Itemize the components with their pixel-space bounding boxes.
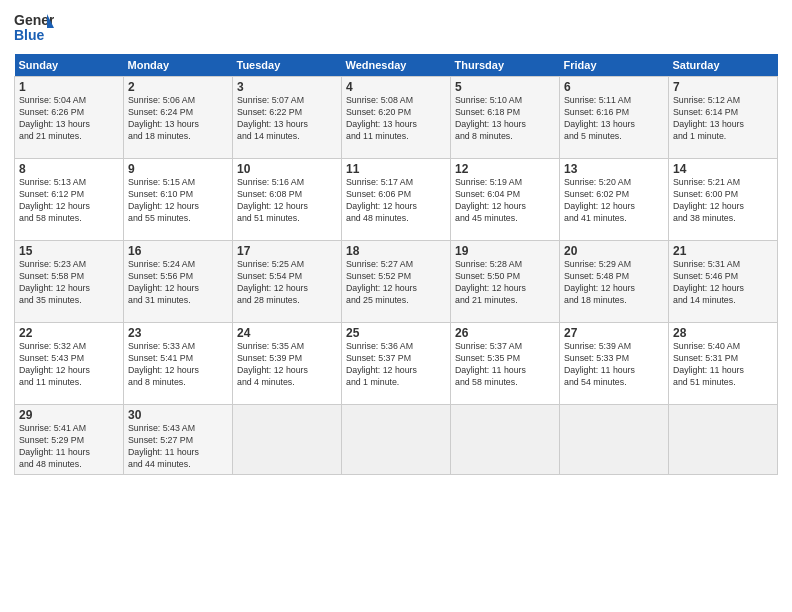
calendar-cell: 29Sunrise: 5:41 AM Sunset: 5:29 PM Dayli…: [15, 405, 124, 475]
day-number: 8: [19, 162, 119, 176]
calendar-cell: 15Sunrise: 5:23 AM Sunset: 5:58 PM Dayli…: [15, 241, 124, 323]
day-number: 28: [673, 326, 773, 340]
day-info: Sunrise: 5:12 AM Sunset: 6:14 PM Dayligh…: [673, 95, 773, 143]
day-info: Sunrise: 5:37 AM Sunset: 5:35 PM Dayligh…: [455, 341, 555, 389]
day-info: Sunrise: 5:24 AM Sunset: 5:56 PM Dayligh…: [128, 259, 228, 307]
calendar-cell: [669, 405, 778, 475]
day-number: 30: [128, 408, 228, 422]
calendar-cell: 1Sunrise: 5:04 AM Sunset: 6:26 PM Daylig…: [15, 77, 124, 159]
calendar-cell: 12Sunrise: 5:19 AM Sunset: 6:04 PM Dayli…: [451, 159, 560, 241]
day-info: Sunrise: 5:27 AM Sunset: 5:52 PM Dayligh…: [346, 259, 446, 307]
day-info: Sunrise: 5:11 AM Sunset: 6:16 PM Dayligh…: [564, 95, 664, 143]
day-number: 7: [673, 80, 773, 94]
day-info: Sunrise: 5:28 AM Sunset: 5:50 PM Dayligh…: [455, 259, 555, 307]
calendar-cell: 20Sunrise: 5:29 AM Sunset: 5:48 PM Dayli…: [560, 241, 669, 323]
day-info: Sunrise: 5:23 AM Sunset: 5:58 PM Dayligh…: [19, 259, 119, 307]
day-number: 1: [19, 80, 119, 94]
day-info: Sunrise: 5:41 AM Sunset: 5:29 PM Dayligh…: [19, 423, 119, 471]
calendar-cell: 19Sunrise: 5:28 AM Sunset: 5:50 PM Dayli…: [451, 241, 560, 323]
calendar-cell: 3Sunrise: 5:07 AM Sunset: 6:22 PM Daylig…: [233, 77, 342, 159]
calendar-cell: 9Sunrise: 5:15 AM Sunset: 6:10 PM Daylig…: [124, 159, 233, 241]
calendar-cell: 10Sunrise: 5:16 AM Sunset: 6:08 PM Dayli…: [233, 159, 342, 241]
day-number: 10: [237, 162, 337, 176]
calendar-cell: [560, 405, 669, 475]
day-number: 21: [673, 244, 773, 258]
day-number: 23: [128, 326, 228, 340]
day-info: Sunrise: 5:06 AM Sunset: 6:24 PM Dayligh…: [128, 95, 228, 143]
day-number: 14: [673, 162, 773, 176]
day-info: Sunrise: 5:21 AM Sunset: 6:00 PM Dayligh…: [673, 177, 773, 225]
day-number: 4: [346, 80, 446, 94]
day-number: 12: [455, 162, 555, 176]
calendar-cell: 2Sunrise: 5:06 AM Sunset: 6:24 PM Daylig…: [124, 77, 233, 159]
day-info: Sunrise: 5:20 AM Sunset: 6:02 PM Dayligh…: [564, 177, 664, 225]
day-number: 6: [564, 80, 664, 94]
day-info: Sunrise: 5:16 AM Sunset: 6:08 PM Dayligh…: [237, 177, 337, 225]
calendar-cell: [451, 405, 560, 475]
day-info: Sunrise: 5:33 AM Sunset: 5:41 PM Dayligh…: [128, 341, 228, 389]
col-header-saturday: Saturday: [669, 54, 778, 77]
col-header-friday: Friday: [560, 54, 669, 77]
calendar-cell: 23Sunrise: 5:33 AM Sunset: 5:41 PM Dayli…: [124, 323, 233, 405]
col-header-sunday: Sunday: [15, 54, 124, 77]
day-info: Sunrise: 5:10 AM Sunset: 6:18 PM Dayligh…: [455, 95, 555, 143]
day-info: Sunrise: 5:25 AM Sunset: 5:54 PM Dayligh…: [237, 259, 337, 307]
col-header-thursday: Thursday: [451, 54, 560, 77]
day-number: 16: [128, 244, 228, 258]
week-row-0: 1Sunrise: 5:04 AM Sunset: 6:26 PM Daylig…: [15, 77, 778, 159]
day-number: 18: [346, 244, 446, 258]
calendar-cell: 13Sunrise: 5:20 AM Sunset: 6:02 PM Dayli…: [560, 159, 669, 241]
calendar-cell: 28Sunrise: 5:40 AM Sunset: 5:31 PM Dayli…: [669, 323, 778, 405]
day-info: Sunrise: 5:17 AM Sunset: 6:06 PM Dayligh…: [346, 177, 446, 225]
day-info: Sunrise: 5:31 AM Sunset: 5:46 PM Dayligh…: [673, 259, 773, 307]
calendar-cell: [233, 405, 342, 475]
calendar-cell: 26Sunrise: 5:37 AM Sunset: 5:35 PM Dayli…: [451, 323, 560, 405]
day-info: Sunrise: 5:36 AM Sunset: 5:37 PM Dayligh…: [346, 341, 446, 389]
calendar-cell: 22Sunrise: 5:32 AM Sunset: 5:43 PM Dayli…: [15, 323, 124, 405]
svg-text:Blue: Blue: [14, 27, 45, 43]
logo-svg: GeneralBlue: [14, 10, 54, 46]
day-info: Sunrise: 5:08 AM Sunset: 6:20 PM Dayligh…: [346, 95, 446, 143]
calendar-cell: 24Sunrise: 5:35 AM Sunset: 5:39 PM Dayli…: [233, 323, 342, 405]
week-row-1: 8Sunrise: 5:13 AM Sunset: 6:12 PM Daylig…: [15, 159, 778, 241]
day-number: 9: [128, 162, 228, 176]
calendar-cell: 4Sunrise: 5:08 AM Sunset: 6:20 PM Daylig…: [342, 77, 451, 159]
day-info: Sunrise: 5:29 AM Sunset: 5:48 PM Dayligh…: [564, 259, 664, 307]
calendar-cell: 8Sunrise: 5:13 AM Sunset: 6:12 PM Daylig…: [15, 159, 124, 241]
calendar-cell: 7Sunrise: 5:12 AM Sunset: 6:14 PM Daylig…: [669, 77, 778, 159]
week-row-2: 15Sunrise: 5:23 AM Sunset: 5:58 PM Dayli…: [15, 241, 778, 323]
page: GeneralBlue SundayMondayTuesdayWednesday…: [0, 0, 792, 483]
calendar-cell: 27Sunrise: 5:39 AM Sunset: 5:33 PM Dayli…: [560, 323, 669, 405]
day-number: 13: [564, 162, 664, 176]
calendar-cell: 14Sunrise: 5:21 AM Sunset: 6:00 PM Dayli…: [669, 159, 778, 241]
calendar-cell: 25Sunrise: 5:36 AM Sunset: 5:37 PM Dayli…: [342, 323, 451, 405]
calendar-cell: 18Sunrise: 5:27 AM Sunset: 5:52 PM Dayli…: [342, 241, 451, 323]
day-number: 24: [237, 326, 337, 340]
day-number: 3: [237, 80, 337, 94]
calendar-cell: 30Sunrise: 5:43 AM Sunset: 5:27 PM Dayli…: [124, 405, 233, 475]
day-info: Sunrise: 5:13 AM Sunset: 6:12 PM Dayligh…: [19, 177, 119, 225]
day-info: Sunrise: 5:15 AM Sunset: 6:10 PM Dayligh…: [128, 177, 228, 225]
day-info: Sunrise: 5:43 AM Sunset: 5:27 PM Dayligh…: [128, 423, 228, 471]
calendar-cell: 16Sunrise: 5:24 AM Sunset: 5:56 PM Dayli…: [124, 241, 233, 323]
col-header-wednesday: Wednesday: [342, 54, 451, 77]
day-number: 5: [455, 80, 555, 94]
calendar-cell: 21Sunrise: 5:31 AM Sunset: 5:46 PM Dayli…: [669, 241, 778, 323]
day-number: 20: [564, 244, 664, 258]
day-info: Sunrise: 5:04 AM Sunset: 6:26 PM Dayligh…: [19, 95, 119, 143]
calendar-cell: [342, 405, 451, 475]
col-header-tuesday: Tuesday: [233, 54, 342, 77]
logo: GeneralBlue: [14, 10, 64, 46]
day-info: Sunrise: 5:39 AM Sunset: 5:33 PM Dayligh…: [564, 341, 664, 389]
day-number: 26: [455, 326, 555, 340]
day-number: 22: [19, 326, 119, 340]
day-number: 2: [128, 80, 228, 94]
week-row-4: 29Sunrise: 5:41 AM Sunset: 5:29 PM Dayli…: [15, 405, 778, 475]
day-info: Sunrise: 5:35 AM Sunset: 5:39 PM Dayligh…: [237, 341, 337, 389]
day-number: 11: [346, 162, 446, 176]
day-number: 17: [237, 244, 337, 258]
day-info: Sunrise: 5:07 AM Sunset: 6:22 PM Dayligh…: [237, 95, 337, 143]
calendar-cell: 17Sunrise: 5:25 AM Sunset: 5:54 PM Dayli…: [233, 241, 342, 323]
header-row: SundayMondayTuesdayWednesdayThursdayFrid…: [15, 54, 778, 77]
calendar-cell: 11Sunrise: 5:17 AM Sunset: 6:06 PM Dayli…: [342, 159, 451, 241]
